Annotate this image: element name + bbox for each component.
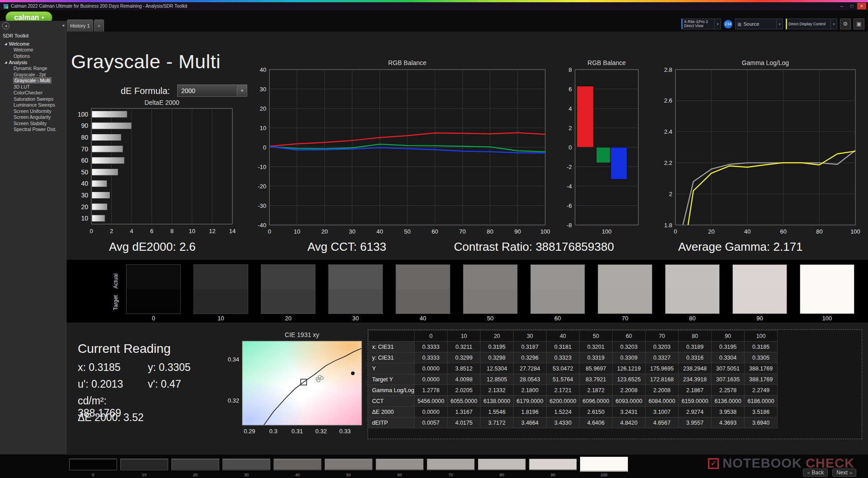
table-cell: 0.3298 [481,352,514,363]
table-cell: 2.2008 [613,385,646,396]
next-button[interactable]: Next » [832,469,856,477]
svg-text:-6: -6 [566,202,572,209]
sidebar-item-screen-uniformity[interactable]: Screen Uniformity [0,108,66,115]
sidebar-item-grayscale-multi[interactable]: Grayscale - Multi [0,78,66,84]
table-cell: 1.5224 [547,407,580,417]
grayscale-patch-label: 10 [193,315,248,322]
svg-text:10: 10 [189,228,195,234]
sidebar-item-3d-lut[interactable]: 3D LUT [0,84,66,90]
table-cell: 4.0098 [448,374,481,385]
level-button-60[interactable] [376,459,424,470]
svg-text:90: 90 [81,122,88,129]
level-button-90[interactable] [529,459,577,470]
svg-text:40: 40 [377,228,383,235]
level-button-30[interactable] [222,459,270,470]
chevron-left-icon: « [807,470,810,475]
new-tab-button[interactable]: + [94,19,104,32]
chevron-down-icon: ▾ [830,19,837,29]
svg-text:0.32: 0.32 [316,428,327,435]
sidebar-collapse-button[interactable]: ◂ [62,23,64,28]
grayscale-patch-label: 0 [126,315,181,322]
gamma-log-chart: Gamma Log/Log2.82.62.42.221.802040608010… [650,59,866,239]
calman-app-window: Calman 2022 Calman Ultimate for Business… [0,0,868,478]
sidebar-item-saturation-sweeps[interactable]: Saturation Sweeps [0,96,66,103]
table-cell: 0.3189 [679,342,712,352]
sidebar-item-grayscale-2pt[interactable]: Grayscale - 2pt [0,72,66,78]
sidebar-item-colorchecker[interactable]: ColorChecker [0,90,66,96]
display-control-dropdown[interactable]: Direct Display Control ▾ [786,19,837,29]
table-row-label: CCT [369,396,415,407]
svg-text:10: 10 [81,215,88,222]
table-cell: 3.5186 [745,407,778,417]
table-cell: 0.3333 [415,342,448,352]
table-cell: 172.8168 [646,374,679,385]
table-cell: 0.3305 [745,352,778,363]
table-col-header: 60 [613,331,646,342]
minimize-button[interactable]: – [837,3,846,9]
level-button-0[interactable] [69,459,117,470]
sidebar-section-analysis[interactable]: ◢Analysis [0,59,66,66]
close-button[interactable]: × [857,3,866,9]
svg-text:10: 10 [294,228,300,235]
sidebar-item-screen-angularity[interactable]: Screen Angularity [0,114,66,121]
tab-history-1[interactable]: History 1 [67,19,93,32]
sidebar-item-spectral-power-dist[interactable]: Spectral Power Dist. [0,127,66,133]
back-button[interactable]: « Back [803,469,828,477]
grayscale-patch-70 [598,264,652,314]
table-cell: 3.1007 [646,407,679,417]
level-button-10[interactable] [120,459,168,470]
maximize-button[interactable]: □ [847,3,856,9]
level-button-100[interactable] [580,457,628,472]
sidebar-item-luminance-sweeps[interactable]: Luminance Sweeps [0,102,66,108]
sidebar-item-options[interactable]: Options [0,53,66,60]
level-button-label: 80 [478,473,526,477]
svg-text:40: 40 [744,228,750,235]
svg-text:14: 14 [229,228,236,234]
meter-dropdown[interactable]: X-Rite i1Pro 2 Direct View ▾ [681,19,721,29]
level-button-label: 90 [529,473,577,477]
reading-row: u': 0.2013v': 0.47 [78,378,191,395]
svg-text:0: 0 [674,228,677,235]
svg-text:-40: -40 [258,222,266,229]
display-settings-button[interactable]: ▣ [854,19,864,29]
svg-text:100: 100 [602,228,612,235]
tree-expand-icon[interactable]: ◢ [5,59,7,66]
svg-text:-20: -20 [258,183,266,190]
table-cell: 28.0543 [514,374,547,385]
sidebar-item-welcome[interactable]: Welcome [0,47,66,53]
table-cell: 83.7921 [580,374,613,385]
sidebar-section-welcome[interactable]: ◢Welcome [0,41,66,47]
svg-text:0: 0 [268,228,271,235]
table-cell: 0.3327 [646,352,679,363]
grayscale-patch-50 [463,264,518,314]
svg-text:2: 2 [669,191,672,197]
level-button-20[interactable] [171,459,219,470]
meter-reading-badge[interactable]: 234 [724,20,732,28]
grayscale-patch-label: 100 [800,315,854,322]
sidebar-item-screen-stability[interactable]: Screen Stability [0,121,66,127]
table-row: Target Y0.00004.009812.850528.054351.576… [369,374,778,385]
level-button-80[interactable] [478,459,526,470]
level-button-70[interactable] [427,459,475,470]
table-cell: 3.2431 [613,407,646,417]
sidebar-title: SDR Toolkit [0,32,66,41]
de-formula-select[interactable]: 2000 ▼ [177,84,247,97]
level-button-50[interactable] [325,459,373,470]
table-row-label: x: CIE31 [369,342,415,352]
tree-expand-icon[interactable]: ◢ [5,41,7,47]
table-cell: 0.3203 [613,342,646,352]
table-cell: 2.1721 [547,385,580,396]
sidebar-item-dynamic-range[interactable]: Dynamic Range [0,66,66,72]
svg-text:-4: -4 [566,183,572,190]
grayscale-patch-label: 80 [665,315,720,322]
svg-text:30: 30 [81,192,88,199]
settings-gear-button[interactable]: ⚙ [840,19,851,29]
current-reading-values: x: 0.3185y: 0.3305u': 0.2013v': 0.47cd/m… [78,361,191,428]
source-dropdown[interactable]: ▦ Source ▾ [735,19,783,29]
nav-back-button[interactable]: ◂ [2,22,9,29]
toolbar: calman ▾ History 1 + X-Rite i1Pro 2 Dire… [0,10,868,32]
svg-text:50: 50 [404,228,410,235]
level-button-40[interactable] [274,459,321,470]
grayscale-patch-90 [732,264,787,314]
table-cell: 6186.0000 [745,396,778,407]
